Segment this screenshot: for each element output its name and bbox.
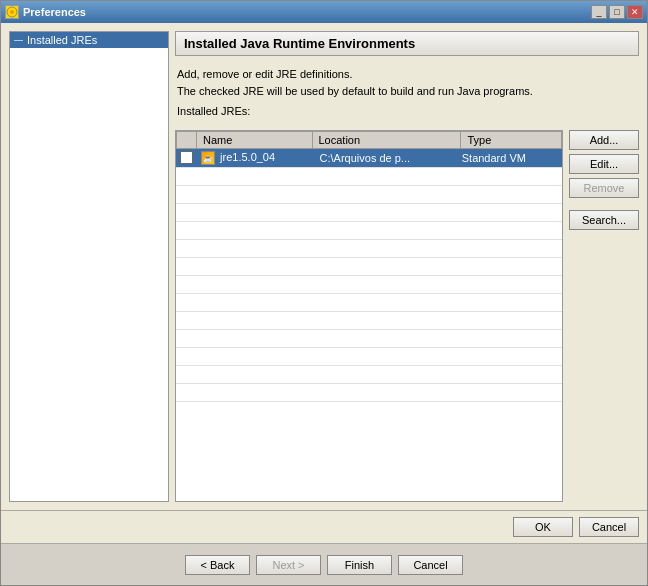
tree-panel: — Installed JREs <box>9 31 169 502</box>
col-check <box>177 131 197 148</box>
jre-location-cell: C:\Arquivos de p... <box>316 149 458 168</box>
table-row-empty <box>176 221 562 239</box>
jre-table: Name Location Type <box>176 131 562 149</box>
cancel-dialog-button[interactable]: Cancel <box>579 517 639 537</box>
table-row-empty <box>176 347 562 365</box>
table-row-empty <box>176 311 562 329</box>
table-row-empty <box>176 257 562 275</box>
table-row-empty <box>176 329 562 347</box>
jre-data-table: ✓ ☕ jre1.5.0_04 C:\Arquivos de p... Stan… <box>176 149 562 402</box>
table-row-empty <box>176 167 562 185</box>
installed-label: Installed JREs: <box>177 103 637 120</box>
table-row-empty <box>176 239 562 257</box>
cancel-wizard-button[interactable]: Cancel <box>398 555 463 575</box>
remove-button[interactable]: Remove <box>569 178 639 198</box>
col-location: Location <box>312 131 461 148</box>
table-row-empty <box>176 365 562 383</box>
jre-checkbox[interactable]: ✓ <box>180 151 193 164</box>
description: Add, remove or edit JRE definitions. The… <box>175 62 639 124</box>
minimize-button[interactable]: _ <box>591 5 607 19</box>
desc-line2: The checked JRE will be used by default … <box>177 83 637 100</box>
tree-item-installed-jres[interactable]: — Installed JREs <box>10 32 168 48</box>
close-button[interactable]: ✕ <box>627 5 643 19</box>
tree-expand-icon: — <box>14 35 24 45</box>
window-title: Preferences <box>23 6 86 18</box>
table-row-empty <box>176 383 562 401</box>
table-row-empty <box>176 203 562 221</box>
jre-name-cell: ☕ jre1.5.0_04 <box>197 149 316 168</box>
edit-button[interactable]: Edit... <box>569 154 639 174</box>
table-row-empty <box>176 293 562 311</box>
panel-header: Installed Java Runtime Environments <box>175 31 639 56</box>
side-buttons: Add... Edit... Remove Search... <box>569 130 639 503</box>
preferences-window: Preferences _ □ ✕ — Installed JREs Insta… <box>0 0 648 586</box>
search-button[interactable]: Search... <box>569 210 639 230</box>
app-icon <box>5 5 19 19</box>
main-content: — Installed JREs Installed Java Runtime … <box>1 23 647 510</box>
title-buttons: _ □ ✕ <box>591 5 643 19</box>
col-type: Type <box>461 131 562 148</box>
jre-checkbox-cell[interactable]: ✓ <box>176 149 197 168</box>
table-row-empty <box>176 275 562 293</box>
col-name: Name <box>197 131 313 148</box>
maximize-button[interactable]: □ <box>609 5 625 19</box>
wizard-bar: < Back Next > Finish Cancel <box>1 543 647 585</box>
jre-table-container: Name Location Type <box>175 130 563 503</box>
table-row-empty <box>176 185 562 203</box>
jre-icon: ☕ <box>201 151 215 165</box>
ok-button[interactable]: OK <box>513 517 573 537</box>
svg-point-1 <box>10 10 14 14</box>
jre-name: jre1.5.0_04 <box>220 151 275 163</box>
jre-type-cell: Standard VM <box>458 149 562 168</box>
table-row[interactable]: ✓ ☕ jre1.5.0_04 C:\Arquivos de p... Stan… <box>176 149 562 168</box>
title-bar-left: Preferences <box>5 5 86 19</box>
desc-line1: Add, remove or edit JRE definitions. <box>177 66 637 83</box>
right-panel: Installed Java Runtime Environments Add,… <box>175 31 639 502</box>
add-button[interactable]: Add... <box>569 130 639 150</box>
dialog-buttons: OK Cancel <box>1 510 647 543</box>
tree-item-label: Installed JREs <box>27 34 97 46</box>
next-button[interactable]: Next > <box>256 555 321 575</box>
finish-button[interactable]: Finish <box>327 555 392 575</box>
table-buttons-row: Name Location Type <box>175 130 639 503</box>
back-button[interactable]: < Back <box>185 555 250 575</box>
title-bar: Preferences _ □ ✕ <box>1 1 647 23</box>
table-rows-area: ✓ ☕ jre1.5.0_04 C:\Arquivos de p... Stan… <box>176 149 562 502</box>
